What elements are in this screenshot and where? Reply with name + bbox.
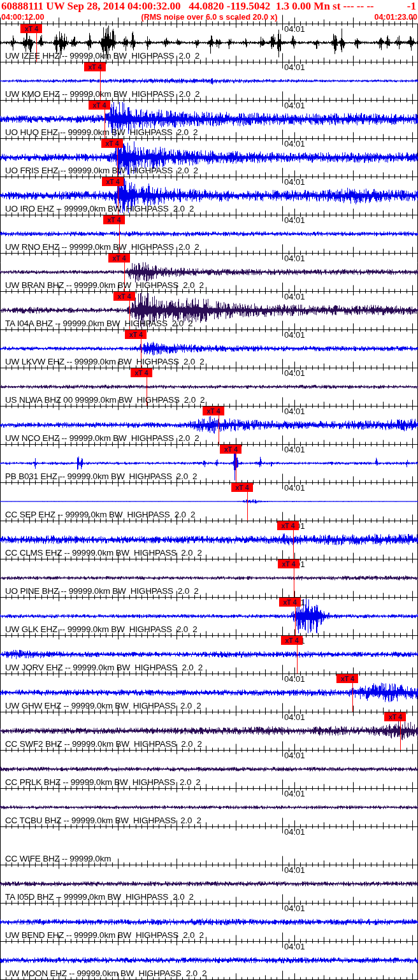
minute-tick-label: 04:01 [284,254,305,263]
pick-flag: xT 4 [125,330,147,339]
minute-tick-label: 04:01 [284,177,305,187]
pick-flag-label: xT 4 [134,368,148,377]
pick-flag: xT 4 [281,636,303,645]
pick-flag: xT 4 [231,483,253,492]
pick-flag-label: xT 4 [24,24,38,33]
pick-flag: xT 4 [113,292,135,301]
minute-tick-label: 04:01 [284,62,305,72]
minute-tick-label: 04:01 [284,368,305,378]
minute-tick-label: 04:01 [284,292,305,301]
pick-flag-label: xT 4 [285,636,298,645]
pick-flag: xT 4 [102,177,124,186]
pick-flag-label: xT 4 [388,712,401,721]
minute-tick-label: 04:01 [284,139,305,148]
station-label: UW BRAN BHZ -- 99999.0km BW HIGHPASS 2.0… [5,280,204,290]
station-label: UW RNO EHZ -- 99999.0km BW HIGHPASS 2.0 … [5,242,199,252]
pick-flag-label: xT 4 [224,445,237,454]
pick-flag-label: xT 4 [106,177,119,186]
minute-tick-label: 04:01 [284,445,305,454]
minute-tick-label: 04:01 [284,865,305,875]
station-label: US NLWA BHZ 00 99999.0km BW HIGHPASS 2.0… [5,395,205,405]
minute-tick-label: 04:01 [284,24,305,34]
pick-flag-label: xT 4 [282,559,295,568]
station-label: UW IZEE HHZ -- 99999.0km BW HIGHPASS 2.0… [5,51,199,61]
minute-tick-label: 04:01 [284,827,305,837]
minute-tick-label: 04:01 [284,751,305,760]
station-label: CC SWF2 BHZ -- 99999.0km BW HIGHPASS 2.0… [5,739,202,749]
pick-flag-label: xT 4 [281,521,294,530]
pick-flag-label: xT 4 [117,292,131,301]
pick-flag-label: xT 4 [129,330,142,339]
station-label: UW BEND EHZ -- 99999.0km BW HIGHPASS 2.0… [5,930,204,940]
station-label: CC SEP EHZ -- 99999.0km BW HIGHPASS 2.0 … [5,510,195,519]
pick-flag: xT 4 [336,674,358,683]
minute-tick-label: 04:01 [284,904,305,913]
pick-flag: xT 4 [101,139,123,148]
station-label: UO FRIS EHZ -- 99999.0km BW HIGHPASS 2.0… [5,166,198,175]
pick-flag: xT 4 [277,521,299,530]
pick-flag-label: xT 4 [88,62,101,71]
minute-tick-label: 04:01 [284,101,305,110]
pick-flag-label: xT 4 [107,215,120,224]
station-label: CC WIFE BHZ -- 99999.0km [5,854,111,863]
station-label: CC TCBU BHZ -- 99999.0km BW HIGHPASS 2.0… [5,816,201,825]
pick-flag: xT 4 [84,62,106,71]
station-label: TA I05D BHZ -- 99999.0km BW HIGHPASS 2.0… [5,892,194,902]
pick-flag: xT 4 [89,101,110,110]
minute-tick-label: 04:01 [284,789,305,798]
station-label: UW JORV EHZ -- 99999.0km BW HIGHPASS 2.0… [5,663,203,672]
minute-tick-label: 04:01 [284,942,305,951]
pick-flag: xT 4 [220,445,241,454]
pick-flag: xT 4 [203,407,224,415]
station-label: UW KMO EHZ -- 99999.0km BW HIGHPASS 2.0 … [5,89,199,99]
minute-tick-label: 04:01 [284,407,305,416]
seismogram-viewer: 60888111 UW Sep 28, 2014 04:00:32.00 44.… [0,0,418,980]
pick-flag: xT 4 [278,559,299,568]
station-label: CC CLMS EHZ -- 99999.0km BW HIGHPASS 2.0… [5,548,202,558]
station-label: UW LKVW EHZ -- 99999.0km BW HIGHPASS 2.0… [5,357,205,366]
pick-flag-label: xT 4 [206,407,220,415]
seismogram-plot: 04:01UW IZEE HHZ -- 99999.0km BW HIGHPAS… [0,0,418,980]
station-label: UW GHW EHZ -- 99999.0km BW HIGHPASS 2.0 … [5,701,201,710]
station-label: UO HUQ EHZ -- 99999.0km BW HIGHPASS 2.0 … [5,127,198,137]
pick-flag-label: xT 4 [340,674,354,683]
station-label: UW GLK EHZ -- 99999.0km BW HIGHPASS 2.0 … [5,624,198,634]
pick-flag: xT 4 [279,598,301,607]
pick-flag-label: xT 4 [283,598,296,607]
minute-tick-label: 04:01 [284,330,305,340]
station-label: UW NCO EHZ -- 99999.0km BW HIGHPASS 2.0 … [5,433,199,443]
station-label: UO PINE BHZ -- 99999.0km BW HIGHPASS 2.0… [5,586,199,596]
station-label: UW MOON EHZ -- 99999.0km BW HIGHPASS 2.0… [5,969,206,978]
pick-flag: xT 4 [384,712,406,721]
pick-flag-label: xT 4 [92,101,106,110]
minute-tick-label: 04:01 [284,712,305,722]
station-label: TA I04A BHZ -- 99999.0km BW HIGHPASS 2.0… [5,319,192,328]
pick-flag-label: xT 4 [112,254,126,263]
pick-flag: xT 4 [103,215,125,224]
pick-flag: xT 4 [108,254,130,263]
pick-flag-label: xT 4 [235,483,249,492]
minute-tick-label: 04:01 [284,483,305,493]
station-label: CC PRLK BHZ -- 99999.0km BW HIGHPASS 2.0… [5,777,201,787]
minute-tick-label: 04:01 [284,215,305,225]
station-label: UO IRO EHZ -- 99999.0km BW HIGHPASS 2.0 … [5,204,194,213]
minute-tick-label: 04:01 [284,674,305,684]
pick-flag: xT 4 [131,368,152,377]
pick-flag-label: xT 4 [105,139,119,148]
station-label: PB B031 EHZ -- 99999.0km BW HIGHPASS 2.0… [5,472,197,481]
pick-flag: xT 4 [20,24,42,33]
